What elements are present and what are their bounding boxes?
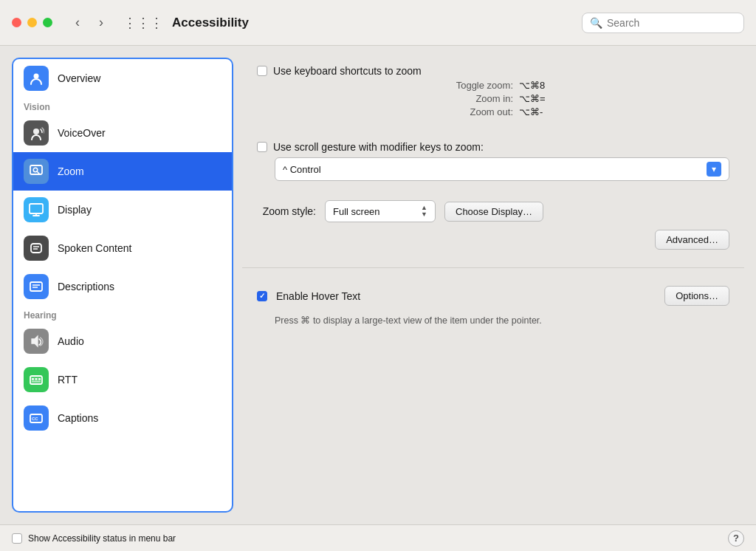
scroll-modifier-value: ^ Control	[283, 164, 321, 175]
svg-point-1	[33, 129, 39, 134]
keyboard-shortcut-checkbox[interactable]	[257, 66, 267, 76]
page-title: Accessibility	[172, 16, 573, 30]
svg-rect-20	[32, 381, 41, 383]
toggle-zoom-value: ⌥⌘8	[513, 80, 557, 91]
sidebar-item-captions[interactable]: CC Captions	[13, 399, 232, 437]
forward-button[interactable]: ›	[91, 13, 111, 33]
svg-rect-11	[30, 282, 42, 291]
svg-rect-18	[35, 378, 38, 380]
sidebar-item-rtt-label: RTT	[58, 374, 78, 386]
zoom-style-label: Zoom style:	[257, 205, 316, 217]
choose-display-button[interactable]: Choose Display…	[444, 202, 543, 222]
sidebar-item-rtt[interactable]: RTT	[13, 360, 232, 399]
advanced-button[interactable]: Advanced…	[655, 230, 729, 250]
accessibility-status-checkbox[interactable]	[12, 533, 22, 544]
audio-icon	[24, 329, 49, 354]
sidebar-item-audio[interactable]: Audio	[13, 322, 232, 360]
keyboard-shortcut-section: Use keyboard shortcuts to zoom Toggle zo…	[242, 58, 744, 128]
sidebar-item-captions-label: Captions	[58, 412, 98, 424]
shortcuts-info: Toggle zoom: ⌥⌘8 Zoom in: ⌥⌘= Zoom out: …	[257, 77, 729, 120]
advanced-row: Advanced…	[257, 227, 729, 256]
svg-rect-17	[32, 378, 34, 380]
zoom-icon	[24, 159, 49, 184]
keyboard-shortcut-row: Use keyboard shortcuts to zoom	[257, 65, 729, 77]
zoom-style-value: Full screen	[333, 206, 380, 217]
vision-section-label: Vision	[13, 97, 232, 114]
grid-icon: ⋮⋮⋮	[123, 15, 163, 31]
scroll-gesture-label: Use scroll gesture with modifier keys to…	[273, 141, 484, 153]
scroll-gesture-checkbox[interactable]	[257, 142, 267, 152]
svg-point-0	[34, 74, 39, 79]
svg-rect-2	[30, 165, 42, 174]
search-icon: 🔍	[590, 17, 602, 29]
sidebar-item-descriptions-label: Descriptions	[58, 281, 114, 292]
hover-text-description: Press ⌘ to display a large-text view of …	[257, 312, 729, 326]
sidebar-item-zoom[interactable]: Zoom	[13, 152, 232, 191]
svg-rect-5	[30, 204, 43, 213]
zoom-in-label: Zoom in:	[447, 93, 513, 104]
sidebar-item-audio-label: Audio	[58, 335, 84, 347]
zoom-in-value: ⌥⌘=	[513, 93, 557, 104]
sidebar-item-display-label: Display	[58, 204, 92, 216]
help-button[interactable]: ?	[728, 530, 744, 547]
spoken-content-icon	[24, 236, 49, 261]
sidebar-item-overview[interactable]: Overview	[13, 59, 232, 97]
zoom-style-row: Zoom style: Full screen ▲▼ Choose Displa…	[257, 196, 729, 227]
sidebar-item-voiceover-label: VoiceOver	[58, 127, 106, 139]
sidebar-item-descriptions[interactable]: Descriptions	[13, 267, 232, 306]
section-divider	[242, 267, 744, 268]
scroll-modifier-dropdown[interactable]: ^ Control ▾	[275, 157, 729, 181]
sidebar-item-spoken-content[interactable]: Spoken Content	[13, 229, 232, 267]
keyboard-shortcut-label: Use keyboard shortcuts to zoom	[273, 65, 422, 77]
search-bar[interactable]: 🔍	[582, 13, 744, 33]
zoom-out-label: Zoom out:	[447, 106, 513, 117]
options-button[interactable]: Options…	[664, 286, 729, 306]
search-input[interactable]	[607, 17, 736, 29]
hover-text-row: Enable Hover Text Options…	[257, 280, 729, 312]
scroll-dropdown-arrow-icon: ▾	[707, 162, 721, 177]
sidebar-item-voiceover[interactable]: VoiceOver	[13, 114, 232, 152]
back-button[interactable]: ‹	[67, 13, 88, 33]
descriptions-icon	[24, 274, 49, 299]
main-content: Overview Vision VoiceOver	[0, 46, 756, 524]
zoom-out-row: Zoom out: ⌥⌘-	[275, 106, 729, 117]
scroll-gesture-row: Use scroll gesture with modifier keys to…	[257, 135, 729, 157]
hover-text-label: Enable Hover Text	[276, 290, 360, 302]
zoom-style-stepper-icon[interactable]: ▲▼	[421, 205, 427, 218]
statusbar-left: Show Accessibility status in menu bar	[12, 533, 176, 544]
hover-text-checkbox[interactable]	[257, 291, 267, 301]
close-button[interactable]	[12, 18, 21, 27]
sidebar-item-display[interactable]: Display	[13, 191, 232, 229]
zoom-style-dropdown[interactable]: Full screen ▲▼	[325, 200, 436, 222]
sidebar-item-spoken-content-label: Spoken Content	[58, 242, 131, 254]
voiceover-icon	[24, 120, 49, 146]
zoom-style-section: Zoom style: Full screen ▲▼ Choose Displa…	[242, 188, 744, 263]
sidebar-item-overview-label: Overview	[58, 72, 100, 84]
titlebar: ‹ › ⋮⋮⋮ Accessibility 🔍	[0, 0, 756, 46]
rtt-icon	[24, 367, 49, 392]
overview-icon	[24, 66, 49, 91]
sidebar-item-zoom-label: Zoom	[58, 165, 84, 177]
statusbar-label: Show Accessibility status in menu bar	[28, 533, 176, 544]
svg-text:CC: CC	[32, 417, 38, 421]
hover-text-section: Enable Hover Text Options… Press ⌘ to di…	[242, 273, 744, 333]
hearing-section-label: Hearing	[13, 306, 232, 322]
window-controls	[12, 18, 52, 27]
svg-line-4	[37, 171, 39, 174]
statusbar: Show Accessibility status in menu bar ?	[0, 524, 756, 551]
toggle-zoom-row: Toggle zoom: ⌥⌘8	[275, 80, 729, 91]
display-icon	[24, 197, 49, 222]
zoom-out-value: ⌥⌘-	[513, 106, 557, 117]
zoom-in-row: Zoom in: ⌥⌘=	[275, 93, 729, 104]
svg-marker-14	[32, 336, 38, 346]
svg-rect-19	[38, 378, 41, 380]
nav-arrows: ‹ ›	[67, 13, 111, 33]
svg-rect-8	[31, 244, 41, 253]
sidebar: Overview Vision VoiceOver	[12, 58, 233, 513]
minimize-button[interactable]	[27, 18, 37, 27]
toggle-zoom-label: Toggle zoom:	[447, 80, 513, 91]
captions-icon: CC	[24, 405, 49, 431]
maximize-button[interactable]	[43, 18, 52, 27]
content-panel: Use keyboard shortcuts to zoom Toggle zo…	[242, 58, 744, 513]
scroll-gesture-section: Use scroll gesture with modifier keys to…	[242, 128, 744, 188]
